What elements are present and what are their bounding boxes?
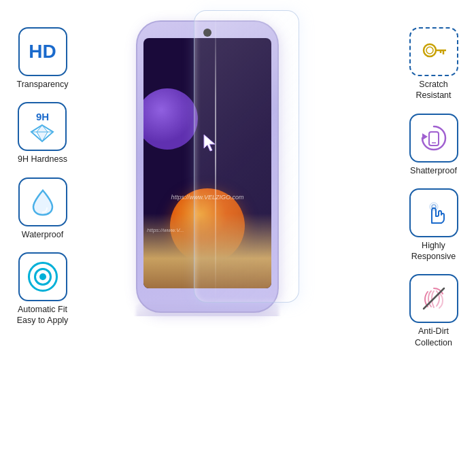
feature-anti-dirt: Anti-Dirt Collection: [409, 274, 458, 348]
scratch-label: Scratch Resistant: [415, 79, 451, 101]
touch-hand-icon: [418, 197, 449, 228]
cursor-arrow-icon: [201, 133, 220, 152]
svg-rect-10: [429, 132, 439, 146]
9h-icon-box: 9H: [18, 102, 67, 151]
fingerprint-icon-box: [409, 274, 458, 323]
watermark-text2: https://www.V...: [147, 227, 184, 233]
responsive-label: Highly Responsive: [411, 240, 456, 262]
rotate-icon: [417, 121, 451, 155]
screen-protector: [194, 10, 299, 303]
shatterproof-label: Shatterproof: [410, 165, 457, 176]
feature-highly-responsive: Highly Responsive: [409, 188, 458, 262]
feature-shatterproof: Shatterproof: [409, 114, 458, 176]
main-container: HD Transparency 9H 9H Hardness: [0, 0, 476, 476]
fingerprint-slash-icon: [417, 282, 451, 316]
svg-point-13: [430, 203, 438, 211]
diamond-icon: [30, 124, 54, 143]
feature-hd-transparency: HD Transparency: [17, 27, 69, 90]
center-area: https://www.VELZIGO.com https://www.V...: [122, 7, 354, 469]
feature-auto-fit: Automatic Fit Easy to Apply: [17, 252, 69, 326]
water-icon-box: [18, 177, 67, 226]
hd-label: Transparency: [17, 79, 69, 90]
phone-reflection: [136, 300, 279, 316]
anti-dirt-label: Anti-Dirt Collection: [415, 326, 452, 348]
svg-marker-3: [204, 135, 215, 151]
left-features: HD Transparency 9H 9H Hardness: [3, 27, 82, 326]
waterproof-label: Waterproof: [22, 229, 63, 240]
key-icon-box: [409, 27, 458, 76]
feature-scratch-resistant: Scratch Resistant: [409, 27, 458, 101]
hd-icon-box: HD: [18, 27, 67, 76]
auto-fit-label: Automatic Fit Easy to Apply: [17, 304, 69, 326]
feature-waterproof: Waterproof: [18, 177, 67, 240]
svg-point-4: [424, 44, 436, 56]
key-icon: [419, 37, 449, 67]
touch-icon-box: [409, 188, 458, 237]
svg-point-5: [426, 47, 433, 54]
right-features: Scratch Resistant Shatterproof: [394, 27, 473, 348]
svg-marker-9: [422, 133, 428, 140]
feature-9h-hardness: 9H 9H Hardness: [18, 102, 67, 165]
target-icon-box: [18, 252, 67, 301]
target-icon: [28, 262, 58, 292]
9h-icon: 9H: [30, 111, 54, 143]
hd-icon: HD: [29, 42, 56, 61]
9h-label: 9H Hardness: [18, 154, 67, 165]
waterdrop-icon: [31, 188, 55, 216]
rotate-icon-box: [409, 114, 458, 163]
